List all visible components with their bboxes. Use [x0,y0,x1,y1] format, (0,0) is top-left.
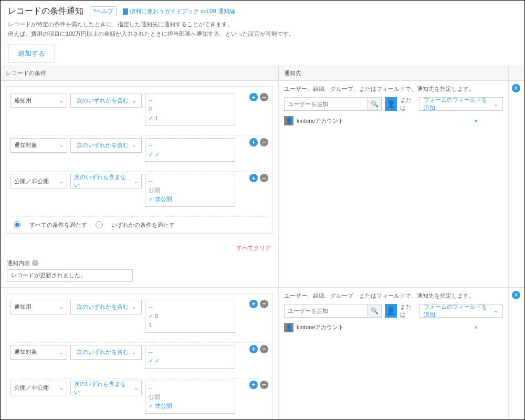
chevron-down-icon: ⌄ [132,304,136,310]
recipient-item: 👤 kintoneアカウント × [279,112,508,130]
table-header: レコードの条件 通知先 [1,66,524,81]
remove-condition-icon[interactable]: − [260,381,268,389]
user-picker-icon[interactable]: 👤 [385,97,397,111]
chevron-down-icon: ⌄ [132,142,136,148]
condition-row: 公開／非公開⌄ 次のいずれも含まない⌄ --公開非公開 + − [10,172,268,217]
add-condition-icon[interactable]: + [249,93,258,101]
page-title: レコードの条件通知 [8,6,83,17]
chevron-down-icon: ⌄ [59,304,64,310]
chevron-down-icon: ⌄ [134,178,138,184]
conditions-panel: 通知用⌄ 次のいずれかを含む⌄ --01 + − 通知対象⌄ 次のいずれかを含む… [6,86,273,234]
recipient-item: 👤 kintoneアカウント × [279,319,508,337]
radio-any[interactable] [96,221,103,228]
add-condition-icon[interactable]: + [249,138,258,146]
condition-row: 通知用⌄ 次のいずれかを含む⌄ --01 + − [10,298,268,343]
condition-row: 通知対象⌄ 次のいずれかを含む⌄ --✓ + − [10,136,268,172]
notify-content-label: 通知内容 ? [1,255,278,269]
recipients-desc: ユーザー、組織、グループ、またはフィールドで、通知先を指定します。 [279,81,508,96]
operator-select[interactable]: 次のいずれかを含む⌄ [70,93,142,108]
clear-all-link[interactable]: すべてクリア [236,245,271,251]
help-link[interactable]: ?ヘルプ [90,6,117,16]
notification-row: 通知用⌄ 次のいずれかを含む⌄ --01 + − 通知対象⌄ 次のいずれかを含む… [1,288,524,420]
add-form-field-button[interactable]: フォームのフィールドを追加⌄ [419,97,503,111]
remove-recipient-icon[interactable]: × [474,323,478,331]
field-select[interactable]: 公開／非公開⌄ [10,381,67,395]
guidebook-link[interactable]: 便利に使おうガイドブック vol.09 通知編 [123,7,235,15]
remove-condition-icon[interactable]: − [260,345,268,353]
conditions-panel: 通知用⌄ 次のいずれかを含む⌄ --01 + − 通知対象⌄ 次のいずれかを含む… [6,293,273,420]
operator-select[interactable]: 次のいずれも含まない⌄ [70,381,142,395]
chevron-down-icon: ⌄ [59,349,64,355]
add-condition-icon[interactable]: + [249,174,258,182]
delete-row-icon[interactable]: × [512,84,520,92]
user-search-input[interactable] [284,304,368,318]
chevron-down-icon: ⌄ [134,385,138,391]
add-condition-icon[interactable]: + [249,345,258,353]
condition-row: 通知用⌄ 次のいずれかを含む⌄ --01 + − [10,91,268,136]
chevron-down-icon: ⌄ [494,101,498,108]
or-label: または [400,303,416,319]
notification-row: 通知用⌄ 次のいずれかを含む⌄ --01 + − 通知対象⌄ 次のいずれかを含む… [1,81,524,288]
delete-row-icon[interactable]: × [512,291,520,299]
notify-content-input[interactable] [7,269,133,282]
chevron-down-icon: ⌄ [132,349,136,355]
remove-condition-icon[interactable]: − [260,93,268,101]
value-box[interactable]: --公開非公開 [145,174,235,207]
field-select[interactable]: 通知対象⌄ [10,345,67,360]
search-icon[interactable]: 🔍 [368,304,382,318]
chevron-down-icon: ⌄ [132,98,136,103]
value-box[interactable]: --✓ [145,345,235,369]
remove-condition-icon[interactable]: − [260,300,268,308]
chevron-down-icon: ⌄ [59,98,64,103]
value-box[interactable]: --01 [145,93,235,126]
add-button[interactable]: 追加する [8,45,55,62]
user-picker-icon[interactable]: 👤 [385,304,397,318]
page-description: レコードが特定の条件を満たしたときに、指定した通知先に通知することができます。 … [8,20,517,38]
search-icon[interactable]: 🔍 [368,97,382,111]
chevron-down-icon: ⌄ [59,178,64,184]
column-recipients: 通知先 [279,66,509,80]
user-search-input[interactable] [284,97,368,111]
condition-row: 通知対象⌄ 次のいずれかを含む⌄ --✓ + − [10,343,268,379]
value-box[interactable]: --01 [145,300,235,333]
radio-all[interactable] [14,221,21,228]
avatar-icon: 👤 [284,116,293,125]
help-icon[interactable]: ? [32,260,38,266]
book-icon [123,8,128,15]
guidebook-text: 便利に使おうガイドブック vol.09 通知編 [130,7,235,15]
column-conditions: レコードの条件 [1,66,279,80]
recipient-name: kintoneアカウント [297,323,344,331]
add-form-field-button[interactable]: フォームのフィールドを追加⌄ [419,304,503,318]
operator-select[interactable]: 次のいずれかを含む⌄ [70,345,142,360]
condition-row: 公開／非公開⌄ 次のいずれも含まない⌄ --公開非公開 + − [10,379,268,420]
avatar-icon: 👤 [284,323,293,332]
field-select[interactable]: 通知対象⌄ [10,138,67,153]
recipients-desc: ユーザー、組織、グループ、またはフィールドで、通知先を指定します。 [279,288,508,303]
radio-any-label: いずれかの条件を満たす [111,221,175,229]
remove-condition-icon[interactable]: − [260,138,268,146]
operator-select[interactable]: 次のいずれも含まない⌄ [70,174,142,188]
or-label: または [400,96,416,112]
chevron-down-icon: ⌄ [59,142,64,148]
operator-select[interactable]: 次のいずれかを含む⌄ [70,138,142,153]
remove-recipient-icon[interactable]: × [474,117,478,125]
value-box[interactable]: --✓ [145,138,235,162]
add-condition-icon[interactable]: + [249,381,258,389]
field-select[interactable]: 通知用⌄ [10,93,67,108]
recipient-name: kintoneアカウント [297,117,344,125]
field-select[interactable]: 公開／非公開⌄ [10,174,67,188]
operator-select[interactable]: 次のいずれかを含む⌄ [70,300,142,314]
chevron-down-icon: ⌄ [59,385,64,391]
chevron-down-icon: ⌄ [494,307,498,314]
add-condition-icon[interactable]: + [249,300,258,308]
value-box[interactable]: --公開非公開 [145,381,235,414]
radio-all-label: すべての条件を満たす [29,221,87,229]
field-select[interactable]: 通知用⌄ [10,300,67,314]
remove-condition-icon[interactable]: − [260,174,268,182]
